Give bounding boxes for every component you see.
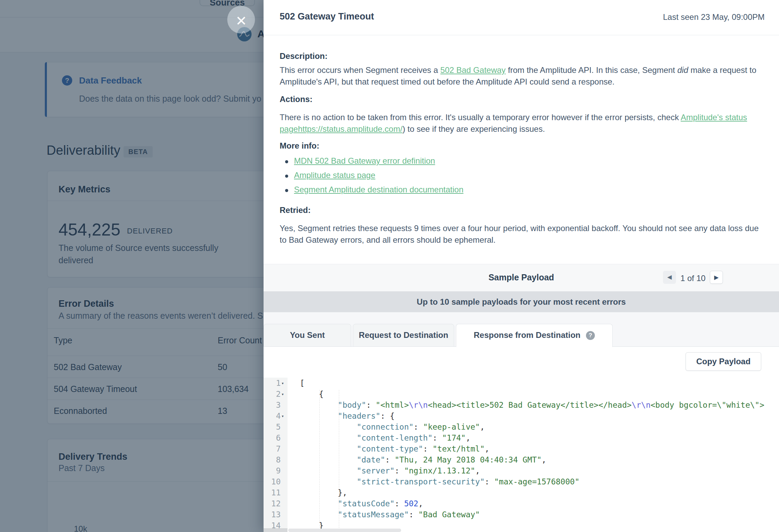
code-text: "strict-transport-security": "max-age=15…: [300, 476, 579, 487]
close-icon: ✕: [235, 13, 247, 29]
payload-page-indicator: 1 of 10: [680, 274, 705, 283]
actions-label: Actions:: [280, 94, 312, 104]
panel-header: 502 Gateway Timeout Last seen 23 May, 09…: [264, 0, 779, 35]
code-lines: 1▾[2▾ {3 "body": "<html>\r\n<head><title…: [264, 378, 779, 531]
code-line: 2▾ {: [264, 389, 779, 400]
line-number: 8: [264, 454, 288, 465]
actions-text: There is no action to be taken from this…: [280, 113, 681, 122]
horizontal-scrollbar[interactable]: [288, 529, 401, 532]
payload-content: Copy Payload 1▾[2▾ {3 "body": "<html>\r\…: [264, 347, 779, 532]
more-info-link[interactable]: Segment Amplitude destination documentat…: [294, 185, 463, 194]
line-number: 11: [264, 487, 288, 498]
code-line: 1▾[: [264, 378, 779, 389]
code-line: 11 },: [264, 487, 779, 498]
fold-arrow-icon[interactable]: ▾: [281, 378, 284, 389]
code-text: [: [300, 378, 305, 389]
panel-title: 502 Gateway Timeout: [280, 11, 374, 22]
close-button[interactable]: ✕: [227, 6, 255, 34]
more-info-link[interactable]: Amplitude status page: [294, 170, 375, 180]
code-text: "server": "nginx/1.13.12",: [300, 465, 480, 476]
bullet-icon: [285, 175, 288, 178]
line-number: 10: [264, 476, 288, 487]
line-number: 7: [264, 443, 288, 454]
line-number: 13: [264, 509, 288, 520]
line-number: 3: [264, 400, 288, 410]
line-number: 9: [264, 465, 288, 476]
code-line: 10 "strict-transport-security": "max-age…: [264, 476, 779, 487]
code-line: 4▾ "headers": {: [264, 410, 779, 421]
code-line: 6 "content-length": "174",: [264, 432, 779, 443]
code-line: 8 "date": "Thu, 24 May 2018 04:40:34 GMT…: [264, 454, 779, 465]
code-line: 9 "server": "nginx/1.13.12",: [264, 465, 779, 476]
retried-paragraph: Yes, Segment retries these requests 9 ti…: [280, 223, 766, 246]
fold-arrow-icon[interactable]: ▾: [281, 389, 284, 400]
code-text: "content-length": "174",: [300, 432, 471, 443]
tab-label: You Sent: [290, 330, 325, 340]
bullet-icon: [285, 189, 288, 192]
code-line: 7 "content-type": "text/html",: [264, 443, 779, 454]
description-text: This error occurs when Segment receives …: [280, 65, 440, 75]
line-number: 12: [264, 498, 288, 509]
description-label: Description:: [280, 51, 328, 61]
tab-response-from-destination[interactable]: Response from Destination?: [456, 324, 613, 347]
bullet-icon: [285, 160, 288, 163]
code-text: "content-type": "text/html",: [300, 443, 489, 454]
tab-label: Response from Destination: [474, 330, 580, 340]
prev-payload-button[interactable]: ◀: [663, 271, 676, 284]
help-icon[interactable]: ?: [586, 331, 595, 340]
code-text: "statusMessage": "Bad Gateway": [300, 509, 480, 520]
tab-request-to-destination[interactable]: Request to Destination: [353, 324, 454, 347]
error-detail-panel: 502 Gateway Timeout Last seen 23 May, 09…: [264, 0, 779, 532]
bad-gateway-link[interactable]: 502 Bad Gateway: [440, 65, 506, 75]
description-text: from the Amplitude API. In this case, Se…: [506, 65, 677, 75]
code-line: 5 "connection": "keep-alive",: [264, 421, 779, 432]
screen: Sources A ? Data Feedback Does the data …: [0, 0, 779, 532]
fold-arrow-icon[interactable]: ▾: [281, 411, 284, 422]
code-text: {: [300, 389, 323, 400]
code-line: 3 "body": "<html>\r\n<head><title>502 Ba…: [264, 400, 779, 410]
description-emphasis: did: [677, 65, 688, 75]
next-payload-button[interactable]: ▶: [710, 271, 723, 284]
retried-label: Retried:: [280, 205, 311, 215]
last-seen-timestamp: Last seen 23 May, 09:00PM: [663, 12, 765, 22]
code-text: "date": "Thu, 24 May 2018 04:40:34 GMT",: [300, 454, 546, 465]
description-paragraph: This error occurs when Segment receives …: [280, 64, 766, 88]
code-text: "statusCode": 502,: [300, 498, 423, 509]
actions-text: ) to see if they are experiencing issues…: [403, 124, 545, 134]
code-line: 13 "statusMessage": "Bad Gateway": [264, 509, 779, 520]
code-line: 12 "statusCode": 502,: [264, 498, 779, 509]
line-number: 5: [264, 421, 288, 432]
tab-you-sent[interactable]: You Sent: [264, 324, 351, 347]
sample-payload-bar: Sample Payload ◀ 1 of 10 ▶: [264, 264, 779, 291]
code-text: "connection": "keep-alive",: [300, 421, 485, 432]
actions-paragraph: There is no action to be taken from this…: [280, 112, 766, 135]
payload-code-editor[interactable]: 1▾[2▾ {3 "body": "<html>\r\n<head><title…: [264, 378, 779, 532]
payload-tabs: You SentRequest to DestinationResponse f…: [264, 312, 779, 347]
code-text: },: [300, 487, 347, 498]
tab-label: Request to Destination: [359, 330, 448, 340]
copy-payload-button[interactable]: Copy Payload: [686, 352, 761, 371]
more-info-link[interactable]: MDN 502 Bad Gateway error definition: [294, 156, 435, 166]
code-text: "body": "<html>\r\n<head><title>502 Bad …: [300, 400, 764, 410]
sample-payload-banner: Up to 10 sample payloads for your most r…: [264, 291, 779, 312]
line-number: 6: [264, 432, 288, 443]
more-info-label: More info:: [280, 141, 319, 151]
scrollbar-corner: [264, 528, 288, 532]
code-text: "headers": {: [300, 410, 395, 421]
